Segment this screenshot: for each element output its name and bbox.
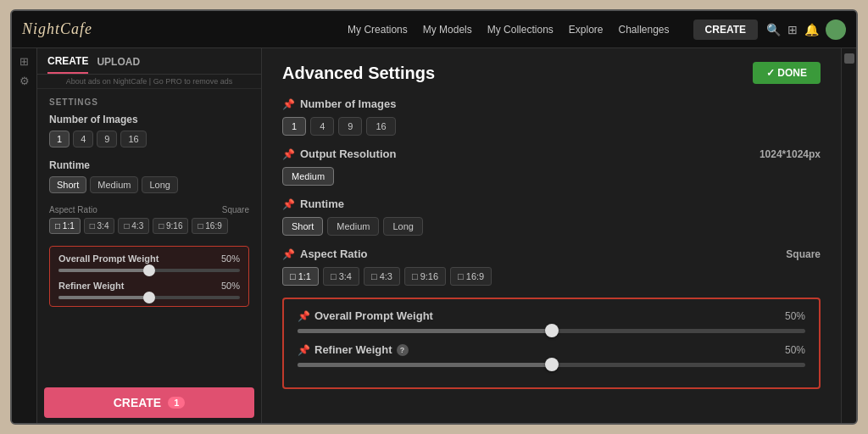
main-runtime-group: Short Medium Long [282, 217, 821, 236]
main-refiner-weight-header: 📌 Refiner Weight ? 50% [298, 343, 805, 356]
sidebar-create-label: CREATE [114, 396, 162, 409]
pin-num-images-icon: 📌 [282, 98, 295, 110]
nav-explore[interactable]: Explore [569, 24, 604, 36]
nav-my-creations[interactable]: My Creations [348, 24, 408, 36]
sidebar-num-images-4[interactable]: 4 [73, 131, 93, 147]
main-resolution-title-row: 📌 Output Resolution 1024*1024px [282, 147, 821, 160]
main-overall-weight-track[interactable] [298, 329, 805, 333]
nav-create-button[interactable]: CREATE [693, 19, 758, 40]
sidebar-refiner-weight-track[interactable] [58, 296, 240, 299]
refiner-help-icon[interactable]: ? [397, 344, 409, 356]
main-num-images-16[interactable]: 16 [366, 117, 395, 136]
bell-icon[interactable]: 🔔 [804, 23, 819, 36]
main-runtime: 📌 Runtime Short Medium Long [282, 198, 821, 236]
nav-challenges[interactable]: Challenges [619, 24, 670, 36]
pin-aspect-icon: 📌 [282, 248, 295, 260]
sidebar-aspect-value: Square [222, 205, 249, 214]
sidebar-tabs: CREATE UPLOAD [37, 48, 261, 75]
logo-text: NightCafe [22, 20, 92, 37]
main-refiner-label-text: Refiner Weight [314, 343, 392, 356]
sidebar-overall-weight-header: Overall Prompt Weight 50% [58, 253, 240, 264]
main-runtime-long[interactable]: Long [383, 217, 422, 236]
tab-create[interactable]: CREATE [47, 55, 88, 74]
done-button[interactable]: ✓ DONE [753, 62, 821, 84]
sidebar-runtime-long[interactable]: Long [142, 176, 177, 193]
main-resolution-label: Output Resolution [300, 147, 396, 160]
main-num-images-4[interactable]: 4 [310, 117, 334, 136]
sidebar-aspect-16-9[interactable]: □ 16:9 [192, 218, 227, 234]
tab-upload[interactable]: UPLOAD [97, 56, 140, 73]
main-aspect-16-9[interactable]: □ 16:9 [450, 267, 492, 286]
sidebar-aspect-1-1[interactable]: □ 1:1 [49, 218, 81, 234]
grid-icon[interactable]: ⊞ [787, 23, 798, 36]
main-resolution-medium[interactable]: Medium [282, 167, 334, 186]
sidebar-runtime: Runtime Short Medium Long [49, 159, 249, 193]
sidebar-aspect-4-3[interactable]: □ 4:3 [118, 218, 149, 234]
main-aspect-3-4[interactable]: □ 3:4 [323, 267, 359, 286]
sidebar-create-button[interactable]: CREATE 1 [44, 387, 254, 418]
main-runtime-short[interactable]: Short [282, 217, 323, 236]
main-runtime-label: Runtime [300, 198, 344, 210]
main-overall-label-text: Overall Prompt Weight [314, 309, 433, 322]
main-aspect-title-row: 📌 Aspect Ratio Square [282, 248, 821, 260]
ad-text: About ads on NightCafe | Go PRO to remov… [66, 77, 232, 86]
pin-resolution-icon: 📌 [282, 148, 295, 160]
sidebar-create-badge: 1 [168, 397, 185, 409]
pin-refiner-icon: 📌 [298, 344, 310, 356]
top-nav: NightCafe My Creations My Models My Coll… [12, 11, 856, 48]
main-resolution-group: Medium [282, 167, 821, 186]
main-aspect-9-16[interactable]: □ 9:16 [404, 267, 446, 286]
main-output-resolution: 📌 Output Resolution 1024*1024px Medium [282, 147, 821, 186]
page-title: Advanced Settings [282, 64, 435, 83]
nav-icons: 🔍 ⊞ 🔔 [766, 19, 846, 40]
sidebar-num-images-1[interactable]: 1 [49, 131, 70, 147]
sidebar-aspect-label: Aspect Ratio Square [49, 205, 249, 214]
logo: NightCafe [22, 20, 92, 38]
avatar[interactable] [826, 19, 846, 40]
sidebar-num-images: Number of Images 1 4 9 16 [49, 114, 249, 147]
right-panel [841, 48, 856, 423]
main-content: Advanced Settings ✓ DONE 📌 Number of Ima… [262, 48, 841, 423]
sidebar-content: SETTINGS Number of Images 1 4 9 16 Runti… [37, 89, 261, 382]
sidebar-overall-weight-track[interactable] [58, 269, 240, 272]
sidebar-num-images-16[interactable]: 16 [120, 131, 146, 147]
main-num-images-9[interactable]: 9 [338, 117, 362, 136]
sidebar-aspect-group: □ 1:1 □ 3:4 □ 4:3 □ 9:16 □ 16:9 [49, 218, 249, 234]
left-icon-grid[interactable]: ⊞ [19, 55, 29, 68]
sidebar-aspect-3-4[interactable]: □ 3:4 [84, 218, 115, 234]
search-icon[interactable]: 🔍 [766, 23, 781, 36]
main-aspect-ratio: 📌 Aspect Ratio Square □ 1:1 □ 3:4 □ 4:3 … [282, 248, 821, 286]
main-aspect-group: □ 1:1 □ 3:4 □ 4:3 □ 9:16 □ 16:9 [282, 267, 821, 286]
right-icon-chat[interactable] [844, 53, 854, 64]
main-header: Advanced Settings ✓ DONE [282, 62, 821, 84]
sidebar-runtime-medium[interactable]: Medium [90, 176, 138, 193]
main-slider-section: 📌 Overall Prompt Weight 50% 📌 Refiner We… [282, 298, 821, 389]
sidebar-refiner-weight-label: Refiner Weight [58, 281, 124, 291]
ad-bar: About ads on NightCafe | Go PRO to remov… [37, 75, 261, 89]
sidebar-overall-weight-label: Overall Prompt Weight [58, 253, 159, 264]
settings-label: SETTINGS [49, 97, 249, 107]
main-runtime-medium[interactable]: Medium [327, 217, 379, 236]
main-num-images-1[interactable]: 1 [282, 117, 306, 136]
pin-overall-icon: 📌 [298, 310, 310, 322]
main-body: ⊞ ⚙ CREATE UPLOAD About ads on NightCafe… [12, 48, 856, 423]
main-runtime-title: 📌 Runtime [282, 198, 821, 210]
nav-my-models[interactable]: My Models [423, 24, 472, 36]
main-refiner-weight-label: 📌 Refiner Weight ? [298, 343, 409, 356]
sidebar-overall-weight-value: 50% [221, 253, 240, 264]
main-aspect-4-3[interactable]: □ 4:3 [364, 267, 400, 286]
sidebar-runtime-title: Runtime [49, 159, 249, 171]
sidebar-refiner-weight-header: Refiner Weight 50% [58, 281, 240, 291]
nav-my-collections[interactable]: My Collections [487, 24, 554, 36]
main-aspect-value: Square [786, 248, 821, 260]
sidebar: CREATE UPLOAD About ads on NightCafe | G… [37, 48, 262, 423]
sidebar-slider-section: Overall Prompt Weight 50% Refiner Weight… [49, 246, 249, 307]
main-refiner-weight-track[interactable] [298, 363, 805, 367]
sidebar-runtime-short[interactable]: Short [49, 176, 86, 193]
sidebar-num-images-group: 1 4 9 16 [49, 131, 249, 147]
left-icon-gear[interactable]: ⚙ [19, 75, 30, 87]
main-aspect-1-1[interactable]: □ 1:1 [282, 267, 319, 286]
sidebar-aspect-9-16[interactable]: □ 9:16 [153, 218, 188, 234]
main-overall-weight-label: 📌 Overall Prompt Weight [298, 309, 433, 322]
sidebar-num-images-9[interactable]: 9 [97, 131, 117, 147]
